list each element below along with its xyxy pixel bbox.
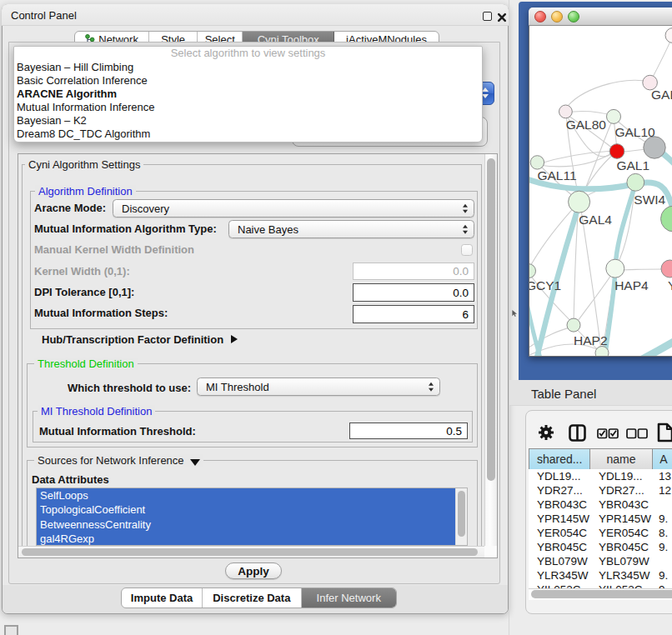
table-cell: YBL079W xyxy=(529,554,592,568)
table-row[interactable]: YBL079WYBL079W xyxy=(529,554,672,568)
table-row[interactable]: YPR145WYPR145W9. xyxy=(529,512,672,526)
control-panel-title: Control Panel xyxy=(11,9,77,22)
zoom-traffic-light[interactable] xyxy=(568,11,579,22)
stepper-arrows-icon xyxy=(429,382,434,392)
column-header-shared-[interactable]: shared... xyxy=(529,448,590,470)
table-horizontal-scrollbar-thumb[interactable] xyxy=(531,590,672,598)
data-attributes-list[interactable]: SelfLoopsTopologicalCoefficientBetweenne… xyxy=(36,488,468,546)
split-columns-icon[interactable] xyxy=(569,424,586,445)
manual-kernel-width-checkbox[interactable] xyxy=(461,244,473,256)
kernel-width-field[interactable]: 0.0 xyxy=(353,262,474,280)
table-cell: YPR145W xyxy=(592,512,655,526)
close-icon[interactable] xyxy=(497,11,507,21)
table-cell: YBR045C xyxy=(592,540,655,554)
attribute-item[interactable]: gal4RGexp xyxy=(37,532,455,546)
tab-discretize-data[interactable]: Discretize Data xyxy=(203,588,301,608)
minimize-traffic-light[interactable] xyxy=(551,11,563,22)
apply-button[interactable]: Apply xyxy=(225,562,282,579)
table-cell: YBL079W xyxy=(592,554,655,568)
list-scrollbar[interactable] xyxy=(455,488,467,545)
dropdown-item[interactable]: ARACNE Algorithm xyxy=(14,88,482,101)
mi-steps-field[interactable]: 6 xyxy=(353,305,474,323)
graph-node-label: GAL10 xyxy=(614,125,655,139)
graph-node[interactable] xyxy=(595,347,609,357)
algorithm-dropdown-popup: Select algorithm to view settings Bayesi… xyxy=(13,46,483,142)
graph-edge xyxy=(650,36,672,82)
gear-icon[interactable] xyxy=(538,424,554,444)
table-cell xyxy=(655,498,659,512)
window-grip-icon[interactable] xyxy=(4,625,18,635)
tab-infer-network[interactable]: Infer Network xyxy=(302,588,396,608)
table-row[interactable]: YER054CYER054C8. xyxy=(529,526,672,540)
table-row[interactable]: YBR043CYBR043C xyxy=(529,498,672,512)
graph-node-gcy1[interactable] xyxy=(529,264,536,278)
mi-algorithm-type-label: Mutual Information Algorithm Type: xyxy=(34,222,217,236)
mi-algorithm-type-combo[interactable]: Naive Bayes xyxy=(228,220,474,238)
aracne-mode-combo[interactable]: Discovery xyxy=(113,199,474,218)
table-cell: YER054C xyxy=(592,526,655,540)
dropdown-item[interactable]: Bayesian – Hill Climbing xyxy=(14,61,482,74)
threshold-definition-title: Threshold Definition xyxy=(34,358,138,370)
table-cell: YLR345W xyxy=(529,568,592,582)
graph-node[interactable] xyxy=(661,206,672,232)
mi-threshold-label: Mutual Information Threshold: xyxy=(39,425,196,438)
graph-node-gal80[interactable] xyxy=(559,105,573,118)
tab-impute-data[interactable]: Impute Data xyxy=(122,588,203,608)
graph-node-label: GCY1 xyxy=(529,278,561,292)
unchecked-columns-icon[interactable] xyxy=(626,428,648,442)
settings-horizontal-scrollbar-thumb[interactable] xyxy=(22,548,478,556)
column-header-name[interactable]: name xyxy=(590,448,652,470)
control-panel-titlebar[interactable] xyxy=(2,4,509,26)
up-arrow-shape xyxy=(463,225,468,228)
graph-node[interactable] xyxy=(665,28,672,43)
table-row[interactable]: YBR045CYBR045C9. xyxy=(529,540,672,554)
float-window-icon[interactable] xyxy=(483,12,492,21)
table-cell: 9. xyxy=(655,568,668,582)
dpi-tolerance-value: 0.0 xyxy=(453,287,469,299)
kernel-width-value: 0.0 xyxy=(453,265,469,278)
table-panel-title: Table Panel xyxy=(531,387,596,401)
combo-arrows-icon xyxy=(482,88,489,98)
graph-node-hap4[interactable] xyxy=(606,259,624,278)
mi-threshold-field[interactable]: 0.5 xyxy=(349,422,468,439)
dropdown-item[interactable]: Bayesian – K2 xyxy=(14,114,482,128)
dropdown-item[interactable]: Basic Correlation Inference xyxy=(14,74,482,88)
document-icon[interactable] xyxy=(657,422,672,446)
column-header-a[interactable]: A xyxy=(653,448,672,470)
table-row[interactable]: YDL19...YDL19...13 xyxy=(529,469,672,483)
dropdown-item[interactable]: Dream8 DC_TDC Algorithm xyxy=(14,128,482,141)
graph-node-swi4[interactable] xyxy=(627,173,644,191)
graph-node-hap2[interactable] xyxy=(567,318,580,332)
split-divider[interactable] xyxy=(509,0,509,635)
dpi-tolerance-field[interactable]: 0.0 xyxy=(353,283,474,302)
graph-node-gal10[interactable] xyxy=(607,109,621,123)
attribute-item[interactable]: BetweennessCentrality xyxy=(37,518,455,532)
graph-node-gal4[interactable] xyxy=(569,191,590,212)
sources-title-wrap: Sources for Network Inference xyxy=(34,454,203,467)
dropdown-item[interactable]: Mutual Information Inference xyxy=(14,101,482,114)
graph-node-gal11[interactable] xyxy=(530,156,544,169)
table-row[interactable]: YDR27...YDR27...12 xyxy=(529,483,672,498)
expand-right-icon[interactable] xyxy=(231,335,238,343)
attribute-item[interactable]: TopologicalCoefficient xyxy=(37,502,455,517)
network-graph[interactable]: GALGAL80GAL10GAL1GAL11SWI4GAL4GCY1HAP4YH… xyxy=(529,26,672,356)
checked-columns-icon[interactable] xyxy=(597,428,619,442)
graph-node[interactable] xyxy=(644,137,665,158)
which-threshold-combo[interactable]: MI Threshold xyxy=(197,378,440,396)
settings-vertical-scrollbar-thumb[interactable] xyxy=(487,158,495,481)
graph-node-gal1[interactable] xyxy=(609,144,624,159)
table-row[interactable]: YLR345WYLR345W9. xyxy=(529,568,672,582)
algorithm-definition-title: Algorithm Definition xyxy=(35,185,136,198)
which-threshold-label: Which threshold to use: xyxy=(68,382,191,395)
tab-label: Impute Data xyxy=(131,592,193,604)
attribute-item[interactable]: SelfLoops xyxy=(37,488,455,502)
tab-label: Discretize Data xyxy=(213,592,290,604)
list-scrollbar-thumb[interactable] xyxy=(458,491,465,537)
network-window-titlebar[interactable] xyxy=(529,8,672,26)
cyni-bottom-tabbar: Impute DataDiscretize DataInfer Network xyxy=(121,588,397,608)
mi-threshold-value: 0.5 xyxy=(446,425,462,438)
close-traffic-light[interactable] xyxy=(534,11,546,22)
collapse-down-icon[interactable] xyxy=(190,459,200,466)
sources-title: Sources for Network Inference xyxy=(38,454,184,467)
graph-node-y[interactable] xyxy=(661,260,672,278)
